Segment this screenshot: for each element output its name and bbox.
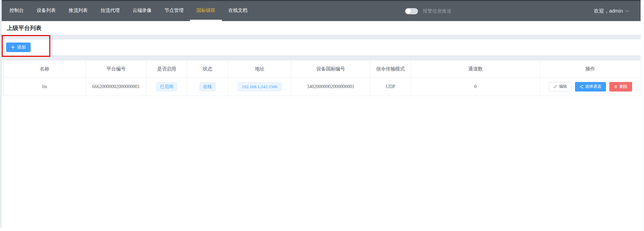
delete-button[interactable]: 删除 bbox=[609, 82, 632, 92]
nav-tab-pull-proxy[interactable]: 拉流代理 bbox=[94, 1, 126, 21]
alarm-push-toggle[interactable] bbox=[405, 8, 418, 14]
table-header-name: 名称 bbox=[4, 61, 86, 78]
top-navbar: 控制台 设备列表 推流列表 拉流代理 云端录像 节点管理 国标级联 在线文档 报… bbox=[0, 0, 641, 21]
nav-tab-node-manage[interactable]: 节点管理 bbox=[158, 1, 190, 21]
add-button-label: 添加 bbox=[17, 44, 26, 50]
table-header-device-gb-id: 设备国标编号 bbox=[291, 61, 370, 78]
chevron-down-icon bbox=[625, 10, 629, 13]
cell-platform-id: 66620000002000000001 bbox=[86, 78, 147, 96]
page-left-gutter bbox=[0, 0, 2, 228]
user-menu[interactable]: 欢迎，admin bbox=[594, 1, 629, 21]
table-header-channel-count: 通道数 bbox=[411, 61, 540, 78]
plus-icon bbox=[11, 45, 15, 49]
add-button[interactable]: 添加 bbox=[6, 43, 31, 52]
vertical-scrollbar[interactable] bbox=[641, 0, 644, 231]
nav-tab-gb-cascade[interactable]: 国标级联 bbox=[190, 1, 222, 21]
nav-tab-device-list[interactable]: 设备列表 bbox=[30, 1, 62, 21]
platform-table-container: 名称 平台编号 是否启用 状态 地址 设备国标编号 信令传输模式 通道数 操作 … bbox=[3, 60, 640, 96]
nav-tab-label: 在线文档 bbox=[228, 7, 247, 14]
edit-button-label: 编辑 bbox=[559, 84, 567, 89]
nav-tab-label: 推流列表 bbox=[69, 7, 88, 14]
nav-tab-label: 拉流代理 bbox=[101, 7, 120, 14]
table-header-actions: 操作 bbox=[540, 61, 641, 78]
table-header-platform-id: 平台编号 bbox=[86, 61, 147, 78]
cell-device-gb-id: 34020000002000000001 bbox=[291, 78, 370, 96]
nav-tab-push-list[interactable]: 推流列表 bbox=[62, 1, 94, 21]
alarm-push-label: 报警信息推送 bbox=[423, 8, 451, 14]
nav-tab-online-docs[interactable]: 在线文档 bbox=[222, 1, 254, 21]
nav-tab-console[interactable]: 控制台 bbox=[3, 1, 30, 21]
status-badge: 在线 bbox=[199, 82, 216, 91]
toggle-knob bbox=[405, 9, 411, 14]
welcome-text: 欢迎，admin bbox=[594, 8, 623, 14]
cell-name: lin bbox=[4, 78, 86, 96]
table-header-status: 状态 bbox=[187, 61, 228, 78]
cell-status: 在线 bbox=[187, 78, 228, 96]
nav-tab-label: 节点管理 bbox=[164, 7, 184, 14]
cell-address: 192.168.1.242:1506 bbox=[228, 78, 291, 96]
cell-enabled: 已启用 bbox=[147, 78, 187, 96]
platform-table: 名称 平台编号 是否启用 状态 地址 设备国标编号 信令传输模式 通道数 操作 … bbox=[3, 60, 641, 96]
enabled-badge: 已启用 bbox=[156, 82, 177, 91]
nav-tabs: 控制台 设备列表 推流列表 拉流代理 云端录像 节点管理 国标级联 在线文档 bbox=[3, 1, 254, 21]
page-title: 上级平台列表 bbox=[7, 24, 41, 32]
alarm-push-group: 报警信息推送 bbox=[405, 1, 451, 21]
cell-transport: UDP bbox=[370, 78, 411, 96]
select-channel-button[interactable]: 选择通道 bbox=[575, 82, 606, 92]
edit-pen-icon bbox=[553, 85, 557, 89]
page-title-bar: 上级平台列表 bbox=[0, 21, 641, 35]
separator-band bbox=[0, 55, 641, 60]
edit-button[interactable]: 编辑 bbox=[549, 82, 572, 92]
delete-button-label: 删除 bbox=[620, 84, 628, 89]
separator-band bbox=[0, 35, 641, 39]
table-row: lin 66620000002000000001 已启用 在线 192.168.… bbox=[4, 78, 641, 96]
cell-channel-count: 0 bbox=[411, 78, 540, 96]
nav-tab-label: 云端录像 bbox=[133, 7, 152, 14]
select-channel-button-label: 选择通道 bbox=[585, 84, 602, 89]
nav-tab-cloud-record[interactable]: 云端录像 bbox=[126, 1, 158, 21]
table-header-enabled: 是否启用 bbox=[147, 61, 187, 78]
table-header-address: 地址 bbox=[228, 61, 291, 78]
address-badge: 192.168.1.242:1506 bbox=[238, 82, 282, 91]
nav-tab-label: 控制台 bbox=[10, 7, 24, 14]
share-icon bbox=[579, 85, 584, 89]
nav-tab-label: 国标级联 bbox=[196, 7, 215, 14]
nav-tab-label: 设备列表 bbox=[37, 7, 56, 14]
trash-icon bbox=[614, 85, 618, 89]
cell-actions: 编辑 选择通道 删除 bbox=[540, 78, 641, 96]
table-header-transport: 信令传输模式 bbox=[370, 61, 411, 78]
table-header-row: 名称 平台编号 是否启用 状态 地址 设备国标编号 信令传输模式 通道数 操作 bbox=[4, 61, 641, 78]
